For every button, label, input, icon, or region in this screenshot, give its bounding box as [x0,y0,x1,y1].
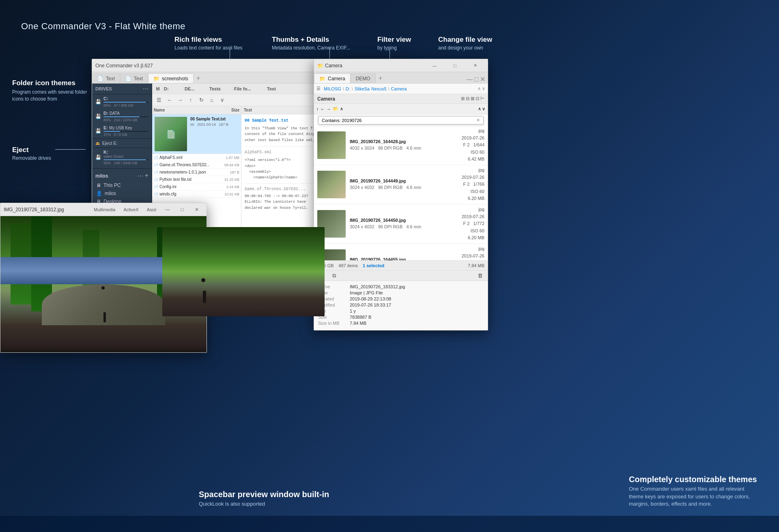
cam-view-4[interactable]: ⊡ [476,96,479,101]
preview-max-btn[interactable]: □ [176,203,189,216]
bc-nexus5[interactable]: Nexus5 [371,86,386,91]
add-tab-button[interactable]: + [194,73,203,83]
nav-user[interactable]: 👤 milos [92,189,152,197]
cam-count: 487 items [338,263,358,268]
cam-info-size-value: 7838887 B [350,315,371,320]
cam-delete-btn[interactable]: 🗑 [476,271,484,280]
photo-row-1[interactable]: IMG_20190726_164428.jpg 4032 x 3024 96 D… [314,126,488,165]
tab-text-1[interactable]: 📄 Text [92,73,120,83]
drive-k-icon: 💾 [95,154,101,160]
file-icon-ini: 📄 [154,185,158,189]
cam-nav-buttons: ∧ ∨ [478,86,485,91]
cam-info-age: Age 1 y [318,309,484,313]
cam-info-created: Created 2019-08-29 22:13:08 [318,296,484,301]
drive-k[interactable]: 💾 K: video (\\nas) 95% 148 / 2949 GB [92,148,152,167]
cam-copy-btn[interactable]: ⧉ [329,271,338,280]
bc-milosg[interactable]: MILOSG [324,86,341,91]
bc-d[interactable]: D: [346,86,350,91]
cam-sort-asc[interactable]: ∧ [478,86,481,91]
file-row-alphafs[interactable]: 📄 AlphaFS.xml 1.87 MB [152,154,241,161]
col-filefo: File fo... [232,86,265,91]
filter-box[interactable]: Contains: 20190726 ✕ [318,116,484,124]
camera-min-btn[interactable]: — [425,59,444,72]
filter-close-btn[interactable]: ✕ [476,118,480,123]
back-button[interactable]: ← [165,96,174,105]
camera-tab[interactable]: 📁 Camera [314,73,351,83]
photo-name-4: IMG_20190726_164455.jpg [350,257,458,260]
cam-view-5[interactable]: ⊢ [480,96,484,101]
bc-slikesa[interactable]: SlikeSa [355,86,370,91]
nav-this-pc[interactable]: 🖥 This PC [92,181,152,189]
file-name-cfg: winds.cfg [159,192,223,196]
cam-sort-desc[interactable]: ∨ [482,86,485,91]
cam-back-btn[interactable]: ← [321,107,325,112]
photo-name-1: IMG_20190726_164428.jpg [350,139,458,144]
cam-view-1[interactable]: ⊞ [461,96,465,101]
file-thumb-item[interactable]: 📄 00 Sample Text.txt txt 2021-03-14 167 … [152,114,241,154]
home-button[interactable]: ⌂ [207,96,216,105]
photo-meta-3: 3024 x 4032 96 DPI RGB 4.6 mm [350,223,458,230]
main-window-title: One Commander v3 β.627 [95,63,153,69]
file-row-ini[interactable]: 📄 Config.ini 3.24 KB [152,183,241,191]
forward-button[interactable]: → [176,96,185,105]
drive-e[interactable]: 💾 E: My USB Key 37% 5 / 8 GB [92,124,152,138]
file-row-python[interactable]: 📄 Python text file.txt 31.32 KB [152,176,241,183]
tab-text-2[interactable]: 📄 Text [120,73,148,83]
preview-ascii-tab[interactable]: Ascii [144,203,159,216]
camera-close-btn[interactable]: ✕ [466,59,484,72]
page-title: One Commander V3 - Flat White theme [21,21,185,32]
cam-up-btn[interactable]: ↑ [316,107,319,112]
cam-min-icon[interactable]: — [466,76,473,83]
cam-fwd-btn[interactable]: → [327,107,331,112]
file-name-ini: Config.ini [159,184,225,189]
file-thumbnail: 📄 [155,117,187,151]
cam-view-2[interactable]: ⊟ [466,96,469,101]
preview-multimedia-tab[interactable]: Multimedia [90,203,118,216]
drive-d[interactable]: 💾 D: DATA 80% 214 / 1074 GB [92,109,152,124]
photo-extra-1: jpg 2019-07-26 F 2 1/644 ISO 60 6.42 MB [462,127,484,163]
preview-controls: Multimedia ActiveX Ascii — □ ✕ [90,203,203,216]
camera-tab-label: Camera [328,76,345,82]
annotation-eject: Eject Removable drives [12,146,51,162]
add-button[interactable]: + [145,172,148,180]
cam-folder-btn[interactable]: 📁 [333,106,338,112]
cam-close-icon[interactable]: ✕ [480,75,485,83]
file-icon-json: 📄 [154,170,158,174]
eject-item[interactable]: ⏏ Eject E: [92,138,152,148]
camera-add-tab[interactable]: + [376,73,385,83]
cam-list-icon: ☰ [316,86,321,91]
file-thumb-name: 00 Sample Text.txt [190,117,239,121]
refresh-button[interactable]: ↻ [197,96,206,105]
cam-sort-btn[interactable]: ∧ [340,106,343,112]
cam-max-icon[interactable]: □ [474,76,478,83]
preview-min-btn[interactable]: — [161,203,174,216]
tab-screenshots[interactable]: 📁 screenshots [148,73,194,83]
photo-row-4[interactable]: IMG_20190726_164455.jpg 4032 x 3024 96 D… [314,244,488,260]
photo-row-3[interactable]: IMG_20190726_164450.jpg 3024 x 4032 96 D… [314,204,488,244]
up-button[interactable]: ↑ [186,96,195,105]
cam-view-3[interactable]: ⊠ [471,96,474,101]
preview-title: IMG_20190726_183312.jpg [4,207,64,212]
user-menu-button[interactable]: ⋯ [137,172,144,180]
list-view-button[interactable]: ☰ [155,96,164,105]
photo-details-2: IMG_20190726_164449.jpg 3024 x 4032 96 D… [350,178,458,191]
preview-activex-tab[interactable]: ActiveX [120,203,142,216]
cam-act-1[interactable]: ∧ [478,106,481,112]
drives-menu-button[interactable]: ⋯ [143,86,148,92]
file-row-json[interactable]: 📄 newtonsmeters-1.0.1.json 187 B [152,169,241,176]
bc-sep2: \ [352,86,353,91]
bg-person-head [201,278,205,282]
cam-act-2[interactable]: ∨ [482,106,485,112]
photo-row-2[interactable]: IMG_20190726_164449.jpg 3024 x 4032 96 D… [314,165,488,204]
demo-tab[interactable]: DEMO [351,73,376,83]
preview-close-btn[interactable]: ✕ [190,203,203,216]
bg-person-body [203,291,206,303]
file-row-cfg[interactable]: 📄 winds.cfg 10.91 KB [152,191,241,198]
sort-button[interactable]: ∨ [218,96,227,105]
file-row-game[interactable]: 📄 Game.of.Thrones.S07E02... 58.84 KB [152,161,241,169]
drive-c[interactable]: 💾 C: 95% 47 / 959 GB [92,94,152,109]
camera-max-btn[interactable]: □ [445,59,464,72]
cam-info-name: Name IMG_20190726_183312.jpg [318,284,484,289]
bc-camera[interactable]: Camera [391,86,407,91]
bc-sep3: \ [388,86,390,91]
